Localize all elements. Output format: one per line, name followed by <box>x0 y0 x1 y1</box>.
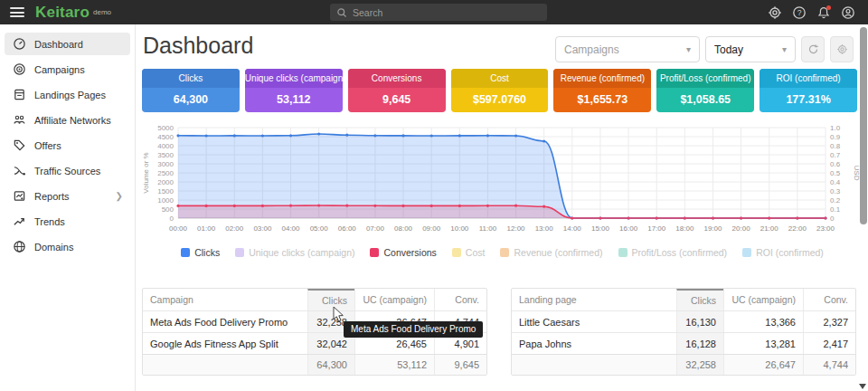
column-header-clicks[interactable]: Clicks <box>307 289 354 310</box>
metric-card-unique-clicks[interactable]: Unique clicks (campaign) 53,112 <box>245 69 343 112</box>
svg-text:03:00: 03:00 <box>253 224 272 233</box>
metric-card-roi[interactable]: ROI (confirmed) 177.31% <box>760 69 857 112</box>
sidebar-item-label: Offers <box>34 140 61 151</box>
hamburger-menu-icon[interactable] <box>10 7 24 17</box>
sidebar-item-label: Landings Pages <box>34 90 106 100</box>
notifications-bell-icon[interactable] <box>816 5 831 20</box>
total-uc: 26,647 <box>723 355 803 375</box>
sidebar-item-traffic-sources[interactable]: Traffic Sources <box>5 159 130 182</box>
svg-text:0.9: 0.9 <box>830 133 841 141</box>
chevron-down-icon: ▾ <box>769 44 787 54</box>
svg-text:4500: 4500 <box>157 133 174 141</box>
metric-label: ROI (confirmed) <box>760 69 857 88</box>
total-conv: 4,744 <box>803 355 855 375</box>
sidebar-item-landings-pages[interactable]: Landings Pages <box>5 83 130 106</box>
svg-text:0: 0 <box>830 215 835 223</box>
notification-dot <box>826 5 831 10</box>
svg-text:12:00: 12:00 <box>507 224 526 233</box>
svg-text:01:00: 01:00 <box>197 224 216 233</box>
svg-text:1000: 1000 <box>157 196 174 205</box>
legend-item-clicks[interactable]: Clicks <box>181 247 220 258</box>
dashboard-icon <box>13 37 26 51</box>
hover-tooltip: Meta Ads Food Delivery Promo <box>344 321 483 338</box>
top-bar: Keitaro demo ? <box>0 0 868 24</box>
cell-uc: 13,281 <box>723 333 803 354</box>
settings-gear-icon[interactable] <box>768 5 782 20</box>
main-content: Dashboard Campaigns ▾ Today ▾ Clicks 64,… <box>137 24 868 391</box>
metric-card-profit-loss[interactable]: Profit/Loss (confirmed) $1,058.65 <box>656 69 754 112</box>
svg-text:5000: 5000 <box>157 124 174 132</box>
svg-text:3500: 3500 <box>157 151 174 159</box>
sidebar-item-affiliate-networks[interactable]: Affiliate Networks <box>5 109 130 131</box>
chevron-down-icon: ▾ <box>674 44 691 54</box>
sidebar: Dashboard Campaigns Landings Pages Affil… <box>0 24 136 391</box>
date-range-value: Today <box>714 43 743 56</box>
svg-text:04:00: 04:00 <box>282 224 301 233</box>
date-range-dropdown[interactable]: Today ▾ <box>705 36 796 62</box>
svg-text:0.6: 0.6 <box>830 160 841 168</box>
column-header-conv[interactable]: Conv. <box>434 289 486 310</box>
svg-text:20:00: 20:00 <box>732 224 751 233</box>
help-icon[interactable]: ? <box>792 5 807 20</box>
column-header-conv[interactable]: Conv. <box>803 289 855 310</box>
sidebar-item-trends[interactable]: Trends <box>5 210 130 233</box>
dashboard-settings-button[interactable] <box>830 36 854 62</box>
metric-value: $1,655.73 <box>553 88 651 112</box>
sidebar-item-campaigns[interactable]: Campaigns <box>5 58 130 81</box>
metric-card-revenue[interactable]: Revenue (confirmed) $1,655.73 <box>553 69 651 112</box>
svg-text:18:00: 18:00 <box>675 224 694 233</box>
svg-text:10:00: 10:00 <box>450 224 469 233</box>
svg-text:05:00: 05:00 <box>310 224 329 233</box>
svg-text:0.7: 0.7 <box>830 151 841 159</box>
legend-item-profit-loss[interactable]: Profit/Loss (confirmed) <box>618 247 728 258</box>
legend-item-conversions[interactable]: Conversions <box>370 247 436 258</box>
demo-badge: demo <box>93 8 111 16</box>
svg-text:0.2: 0.2 <box>830 196 841 205</box>
scroll-down-icon[interactable] <box>859 384 866 389</box>
sidebar-item-label: Dashboard <box>34 39 83 50</box>
legend-item-unique-clicks[interactable]: Unique clicks (campaign) <box>235 247 354 258</box>
svg-text:0.1: 0.1 <box>830 205 841 214</box>
metric-card-clicks[interactable]: Clicks 64,300 <box>142 69 240 112</box>
sidebar-item-label: Trends <box>34 216 65 227</box>
svg-text:19:00: 19:00 <box>703 224 722 233</box>
search-input[interactable] <box>353 7 533 18</box>
legend-item-revenue[interactable]: Revenue (confirmed) <box>500 247 602 258</box>
profile-icon[interactable] <box>841 5 855 20</box>
svg-text:2000: 2000 <box>157 178 174 186</box>
legend-item-roi[interactable]: ROI (confirmed) <box>742 247 824 258</box>
column-header-clicks[interactable]: Clicks <box>676 289 723 310</box>
trends-icon <box>13 215 26 228</box>
column-header-landing-page[interactable]: Landing page <box>512 289 676 310</box>
campaign-name-link[interactable]: Google Ads Fitness App Split <box>143 333 307 354</box>
chart-canvas: 0500100015002000250030003500400045005000… <box>140 120 863 245</box>
svg-text:23:00: 23:00 <box>816 224 835 233</box>
svg-text:0.4: 0.4 <box>830 178 841 186</box>
page-scrollbar[interactable] <box>859 24 868 391</box>
sidebar-item-reports[interactable]: Reports ❯ <box>5 185 130 207</box>
metric-card-conversions[interactable]: Conversions 9,645 <box>348 69 446 112</box>
search-bar[interactable] <box>330 4 547 21</box>
campaign-name-link[interactable]: Meta Ads Food Delivery Promo <box>143 311 307 332</box>
svg-text:08:00: 08:00 <box>394 224 413 233</box>
sidebar-item-domains[interactable]: Domains <box>5 235 130 258</box>
refresh-button[interactable] <box>801 36 825 62</box>
sidebar-item-dashboard[interactable]: Dashboard <box>5 33 130 55</box>
metric-card-cost[interactable]: Cost $597.0760 <box>451 69 549 112</box>
metric-value: 64,300 <box>142 88 240 112</box>
scrollbar-thumb[interactable] <box>860 27 867 224</box>
metric-label: Revenue (confirmed) <box>553 69 651 88</box>
campaigns-filter-dropdown[interactable]: Campaigns ▾ <box>555 36 700 62</box>
landing-name-link[interactable]: Papa Johns <box>512 333 676 354</box>
column-header-campaign[interactable]: Campaign <box>143 289 307 310</box>
landing-name-link[interactable]: Little Caesars <box>512 311 676 332</box>
total-clicks: 64,300 <box>307 355 354 375</box>
sidebar-item-offers[interactable]: Offers <box>5 134 130 157</box>
legend-item-cost[interactable]: Cost <box>452 247 486 258</box>
column-header-uc[interactable]: UC (campaign) <box>723 289 803 310</box>
traffic-chart[interactable]: 0500100015002000250030003500400045005000… <box>140 120 863 249</box>
chart-legend: Clicks Unique clicks (campaign) Conversi… <box>137 247 868 258</box>
svg-text:17:00: 17:00 <box>647 224 666 233</box>
column-header-uc[interactable]: UC (campaign) <box>354 289 434 310</box>
svg-text:?: ? <box>797 8 802 17</box>
